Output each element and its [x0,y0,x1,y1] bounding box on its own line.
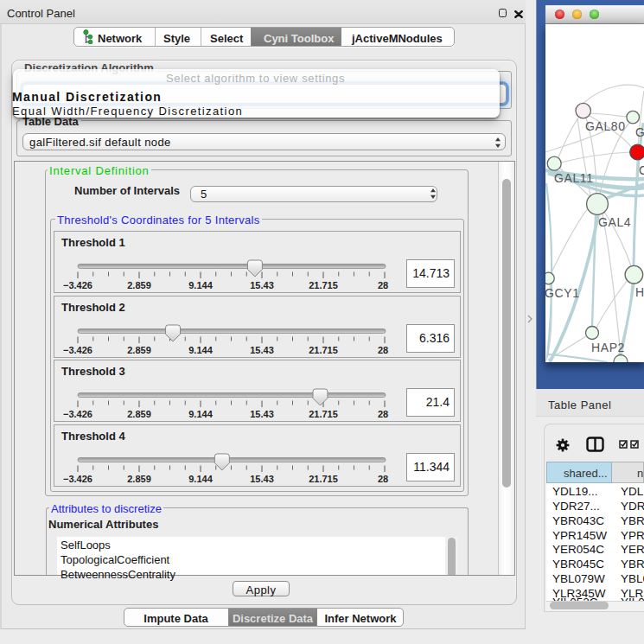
svg-text:28: 28 [378,280,388,290]
svg-text:GCY1: GCY1 [545,286,580,300]
svg-text:9.144: 9.144 [188,345,213,355]
svg-text:21.715: 21.715 [309,345,338,355]
svg-text:28: 28 [378,345,388,355]
svg-text:9.144: 9.144 [188,280,213,290]
svg-text:−3.426: −3.426 [63,474,92,484]
svg-text:HAP2: HAP2 [591,341,625,354]
svg-text:21.715: 21.715 [309,409,338,419]
svg-text:2.859: 2.859 [127,474,151,484]
svg-text:GAL80: GAL80 [585,119,626,133]
svg-text:−3.426: −3.426 [63,280,92,290]
svg-text:−3.426: −3.426 [63,345,92,355]
svg-text:2.859: 2.859 [127,280,151,290]
svg-text:15.43: 15.43 [250,474,274,484]
svg-text:9.144: 9.144 [188,409,213,419]
svg-text:2.859: 2.859 [127,345,151,355]
svg-text:H: H [635,285,644,299]
svg-text:15.43: 15.43 [250,280,274,290]
svg-text:2.859: 2.859 [127,409,151,419]
svg-text:−3.426: −3.426 [63,409,92,419]
svg-text:C: C [639,163,644,177]
svg-text:21.715: 21.715 [309,474,338,484]
svg-text:28: 28 [378,474,388,484]
svg-text:GAL4: GAL4 [598,215,631,229]
svg-text:9.144: 9.144 [188,474,213,484]
svg-text:GAL11: GAL11 [554,171,594,185]
svg-text:21.715: 21.715 [309,280,338,290]
svg-text:15.43: 15.43 [250,409,274,419]
svg-text:28: 28 [378,409,388,419]
svg-text:15.43: 15.43 [250,345,274,355]
svg-text:GA: GA [635,125,644,139]
